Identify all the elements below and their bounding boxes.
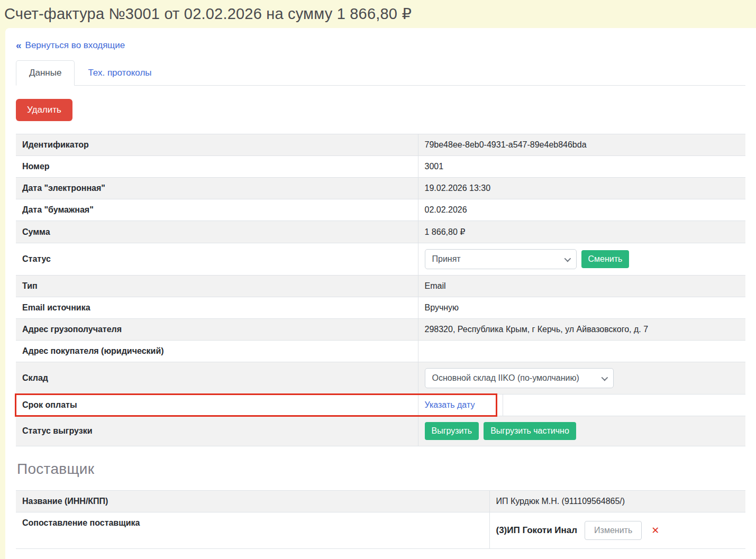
row-label: Идентификатор: [16, 134, 418, 156]
table-row: Номер 3001: [16, 156, 745, 178]
table-row: Название (ИНН/КПП) ИП Курдюк М.Н. (91110…: [16, 491, 745, 512]
remove-mapping-icon[interactable]: ✕: [651, 525, 659, 536]
warehouse-select[interactable]: Основной склад IIKO (по-умолчанию): [425, 368, 614, 388]
supplier-table: Название (ИНН/КПП) ИП Курдюк М.Н. (91110…: [16, 490, 745, 549]
table-row-payment-due: Срок оплаты Указать дату: [16, 395, 745, 416]
table-row: Дата "бумажная" 02.02.2026: [16, 199, 745, 221]
status-select-value: Принят: [432, 254, 461, 264]
tab-bar: Данные Тех. протоколы: [16, 60, 745, 86]
status-select[interactable]: Принят: [425, 249, 577, 269]
row-label: Адрес грузополучателя: [16, 319, 418, 341]
row-label: Название (ИНН/КПП): [16, 491, 489, 512]
row-value: Вручную: [418, 297, 745, 319]
row-label: Email источника: [16, 297, 418, 319]
row-label: Номер: [16, 156, 418, 178]
export-button[interactable]: Выгрузить: [425, 422, 479, 440]
row-value: Основной склад IIKO (по-умолчанию): [418, 362, 745, 395]
row-label: Статус выгрузки: [16, 416, 418, 446]
row-filler: [503, 395, 745, 416]
row-label: Адрес покупателя (юридический): [16, 341, 418, 362]
warehouse-select-value: Основной склад IIKO (по-умолчанию): [432, 373, 579, 383]
change-status-button[interactable]: Сменить: [581, 250, 630, 268]
back-link-label: Вернуться во входящие: [25, 40, 125, 51]
invoice-details-table: Идентификатор 79be48ee-8eb0-4931-a547-89…: [16, 134, 745, 446]
row-value: Выгрузить Выгрузить частично: [418, 416, 745, 446]
row-value: Указать дату: [418, 395, 503, 416]
row-label: Дата "электронная": [16, 178, 418, 199]
table-row: Адрес грузополучателя 298320, Республика…: [16, 319, 745, 341]
table-row: Email источника Вручную: [16, 297, 745, 319]
row-value: 02.02.2026: [418, 199, 745, 221]
chevron-down-icon: [564, 255, 571, 262]
delete-button[interactable]: Удалить: [16, 99, 72, 121]
supplier-section-heading: Поставщик: [17, 461, 745, 478]
row-value: ИП Курдюк М.Н. (911109564865/): [489, 491, 745, 512]
row-value: 79be48ee-8eb0-4931-a547-89e4eb846bda: [418, 134, 745, 156]
row-value: 3001: [418, 156, 745, 178]
change-supplier-button[interactable]: Изменить: [585, 521, 642, 540]
tab-data[interactable]: Данные: [16, 60, 75, 86]
row-label: Дата "бумажная": [16, 199, 418, 221]
row-value: [418, 341, 745, 362]
row-value: 19.02.2026 13:30: [418, 178, 745, 199]
row-value: 298320, Республика Крым, г Керчь, ул Айв…: [418, 319, 745, 341]
table-row: Дата "электронная" 19.02.2026 13:30: [16, 178, 745, 199]
row-label: Сумма: [16, 221, 418, 243]
row-value: Email: [418, 276, 745, 297]
row-value: 1 866,80 ₽: [418, 221, 745, 243]
mapped-supplier-name: (3)ИП Гокоти Инал: [496, 525, 578, 536]
row-label: Статус: [16, 243, 418, 276]
table-row: Идентификатор 79be48ee-8eb0-4931-a547-89…: [16, 134, 745, 156]
back-to-inbox-link[interactable]: « Вернуться во входящие: [16, 40, 125, 51]
row-label: Склад: [16, 362, 418, 395]
export-partial-button[interactable]: Выгрузить частично: [484, 422, 576, 440]
tab-tech-protocols[interactable]: Тех. протоколы: [75, 60, 165, 86]
content-panel: « Вернуться во входящие Данные Тех. прот…: [5, 28, 756, 559]
table-row: Тип Email: [16, 276, 745, 297]
row-label: Тип: [16, 276, 418, 297]
row-label: Сопоставление поставщика: [16, 512, 489, 549]
table-row-export-status: Статус выгрузки Выгрузить Выгрузить част…: [16, 416, 745, 446]
row-label: Срок оплаты: [16, 395, 418, 416]
table-row-status: Статус Принят Сменить: [16, 243, 745, 276]
table-row-warehouse: Склад Основной склад IIKO (по-умолчанию): [16, 362, 745, 395]
set-date-link[interactable]: Указать дату: [425, 400, 475, 409]
chevron-down-icon: [601, 374, 608, 381]
double-chevron-left-icon: «: [16, 40, 22, 51]
table-row: Сумма 1 866,80 ₽: [16, 221, 745, 243]
row-value: Принят Сменить: [418, 243, 745, 276]
table-row: Адрес покупателя (юридический): [16, 341, 745, 362]
row-value: (3)ИП Гокоти Инал Изменить ✕: [489, 512, 745, 549]
table-row-supplier-mapping: Сопоставление поставщика (3)ИП Гокоти Ин…: [16, 512, 745, 549]
page-title: Счет-фактура №3001 от 02.02.2026 на сумм…: [0, 0, 756, 28]
